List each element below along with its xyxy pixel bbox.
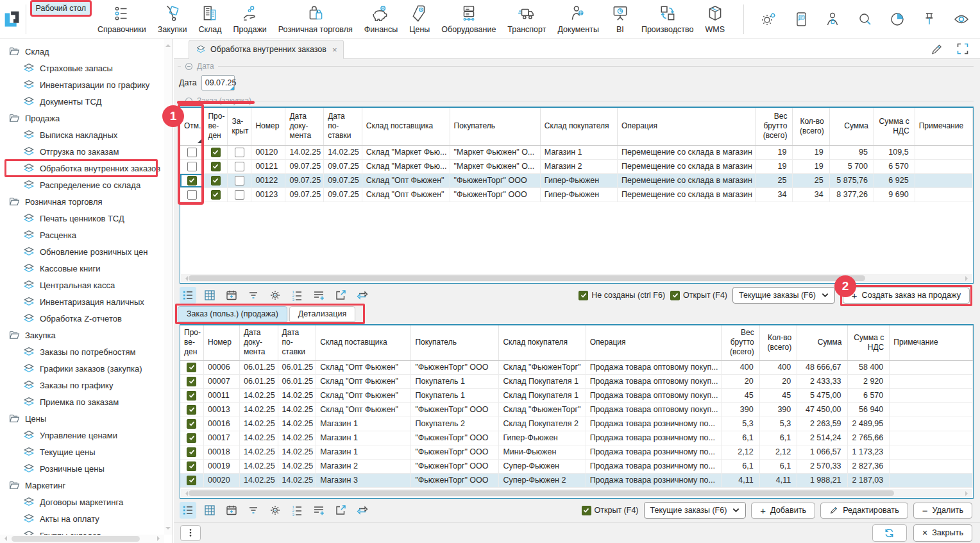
column-header[interactable]: Склад поставщика xyxy=(362,108,450,145)
sidebar-item[interactable]: Приемка по заказам xyxy=(0,393,164,410)
checked-checkbox[interactable] xyxy=(187,476,196,485)
ribbon-item-transport[interactable]: Транспорт xyxy=(502,0,552,38)
column-header[interactable]: Номер xyxy=(251,108,285,145)
sidebar-item[interactable]: Управление ценами xyxy=(0,427,164,444)
edit-button[interactable]: Редактировать xyxy=(820,503,908,519)
sidebar-item[interactable]: Графики заказов (закупка) xyxy=(0,360,164,377)
user-lock-button[interactable] xyxy=(824,10,841,28)
unchecked-checkbox[interactable] xyxy=(235,162,244,171)
table-row[interactable]: 0001714.02.2514.02.25Магазин 1"ФьюженТор… xyxy=(180,431,973,445)
column-header[interactable]: Вес брутто (всего) xyxy=(755,108,793,145)
unchecked-checkbox[interactable] xyxy=(235,148,244,157)
unchecked-checkbox[interactable] xyxy=(235,190,244,200)
order-group-header[interactable]: Заказ (закупка) xyxy=(174,94,980,107)
sidebar-item[interactable]: Выписка накладных xyxy=(0,126,164,143)
toolbar-numbered-list-button[interactable]: 123 xyxy=(289,287,305,304)
sidebar-item[interactable]: Инвентаризации по графику xyxy=(0,76,164,93)
column-header[interactable]: Сумма с НДС xyxy=(847,325,890,360)
checked-checkbox[interactable] xyxy=(187,447,196,457)
ribbon-item-retail[interactable]: Розничная торговля xyxy=(273,0,359,38)
sidebar-vertical-scrollbar[interactable] xyxy=(164,39,173,535)
eye-button[interactable] xyxy=(952,10,970,28)
checked-checkbox[interactable] xyxy=(211,148,221,157)
column-header[interactable]: Покупатель xyxy=(450,108,540,145)
filter-not-created-checkbox[interactable]: Не созданы (ctrl F6) xyxy=(579,291,665,300)
checked-checkbox[interactable] xyxy=(187,461,196,471)
table-row[interactable]: 0002014.02.2514.02.25Магазин 3"ФьюженТор… xyxy=(180,473,973,487)
checked-checkbox[interactable] xyxy=(211,162,221,171)
sidebar-item[interactable]: Кассовые книги xyxy=(0,260,164,277)
column-header[interactable]: Отм. xyxy=(180,108,204,145)
ribbon-item-documents[interactable]: Документы xyxy=(552,0,604,38)
column-header[interactable]: Вес брутто (всего) xyxy=(721,325,759,360)
sidebar-item[interactable]: Акты на оплату xyxy=(0,510,164,527)
ribbon-item-sales[interactable]: Продажи xyxy=(228,0,273,38)
sidebar-group-5[interactable]: Маркетинг xyxy=(0,477,164,494)
unchecked-checkbox[interactable] xyxy=(187,148,197,157)
toolbar-filter-button[interactable] xyxy=(245,502,262,519)
horizontal-scrollbar[interactable] xyxy=(181,274,972,282)
column-header[interactable]: Дата доку- мента xyxy=(285,108,324,145)
column-header[interactable]: Сумма с НДС xyxy=(874,108,915,145)
more-menu-button[interactable] xyxy=(180,525,201,541)
sidebar-item[interactable]: Отгрузка по заказам xyxy=(0,143,164,160)
sidebar-horizontal-scrollbar[interactable] xyxy=(0,535,164,543)
search-button[interactable] xyxy=(856,10,874,28)
toolbar-rows-view-button[interactable] xyxy=(180,287,196,304)
sidebar-item[interactable]: Центральная касса xyxy=(0,277,164,293)
checked-checkbox[interactable] xyxy=(187,405,196,415)
ribbon-item-finance[interactable]: Финансы xyxy=(359,0,403,38)
collapse-icon[interactable] xyxy=(185,97,193,105)
toolbar-open-external-button[interactable] xyxy=(332,287,349,304)
sidebar-group-2[interactable]: Розничная торговля xyxy=(0,193,164,210)
sidebar-item[interactable]: Обработка внутренних заказов xyxy=(0,160,164,177)
tab-internal-orders[interactable]: Обработка внутренних заказов × xyxy=(189,40,344,59)
sidebar-item[interactable]: Группы складов xyxy=(0,527,164,535)
table-row[interactable]: 0012109.07.2509.07.25Склад "Маркет Фью..… xyxy=(180,159,973,173)
ribbon-item-bi[interactable]: BI xyxy=(605,0,636,38)
toolbar-grid-view-button[interactable] xyxy=(201,287,218,304)
ribbon-item-hand-truck[interactable]: Закупки xyxy=(152,0,193,38)
column-header[interactable]: Сумма xyxy=(829,108,874,145)
column-header[interactable]: Примечание xyxy=(915,108,972,145)
clock-button[interactable] xyxy=(888,10,906,28)
column-header[interactable]: Склад покупателя xyxy=(499,325,586,360)
ribbon-item-production[interactable]: Производство xyxy=(636,0,700,38)
sidebar-group-1[interactable]: Продажа xyxy=(0,110,164,126)
ribbon-item-warehouse[interactable]: Склад xyxy=(192,0,227,38)
column-header[interactable]: Дата по- ставки xyxy=(278,325,316,360)
settings-button[interactable] xyxy=(760,10,777,28)
date-input[interactable]: 09.07.25 xyxy=(201,75,235,90)
sidebar-group-4[interactable]: Цены xyxy=(0,410,164,427)
ribbon-item-equipment[interactable]: Оборудование xyxy=(435,0,502,38)
column-header[interactable]: Про- ве- ден xyxy=(204,108,228,145)
column-header[interactable]: Номер xyxy=(203,325,239,360)
app-logo[interactable] xyxy=(0,7,26,31)
toolbar-calendar-button[interactable] xyxy=(223,502,240,519)
filter-open-checkbox-2[interactable]: Открыт (F4) xyxy=(582,506,639,515)
checked-checkbox[interactable] xyxy=(187,176,197,185)
toolbar-refresh-cycle-button[interactable] xyxy=(354,502,371,519)
table-row[interactable]: 0012209.07.2509.07.25Склад "Опт Фьюжен""… xyxy=(180,173,973,187)
orders-filter-select-2[interactable]: Текущие заказы (F6) xyxy=(644,502,747,519)
toolbar-filter-button[interactable] xyxy=(245,287,262,304)
toolbar-rows-view-button[interactable] xyxy=(180,502,196,519)
sidebar-item[interactable]: Обработка Z-отчетов xyxy=(0,310,164,327)
sidebar-item[interactable]: Розничные цены xyxy=(0,460,164,477)
edit-pencil-button[interactable] xyxy=(930,42,944,56)
sidebar-item[interactable]: Инвентаризация наличных xyxy=(0,293,164,310)
column-header[interactable]: Кол-во (всего) xyxy=(759,325,797,360)
scroll-thumb[interactable] xyxy=(189,490,894,496)
toolbar-refresh-cycle-button[interactable] xyxy=(354,287,371,304)
ribbon-item-desktop[interactable]: Рабочий стол xyxy=(30,0,92,17)
checked-checkbox[interactable] xyxy=(187,391,196,401)
filter-open-checkbox[interactable]: Открыт (F4) xyxy=(670,291,727,300)
toolbar-settings-gear-button[interactable] xyxy=(267,287,283,304)
column-header[interactable]: Про- ве- ден xyxy=(180,325,203,360)
sidebar-item[interactable]: Страховые запасы xyxy=(0,60,164,76)
toolbar-settings-gear-button[interactable] xyxy=(267,502,283,519)
checked-checkbox[interactable] xyxy=(211,190,221,200)
sidebar-item[interactable]: Документы ТСД xyxy=(0,93,164,110)
column-header[interactable]: Операция xyxy=(618,108,756,145)
table-row[interactable]: 0012309.07.2509.07.25Склад "Опт Фьюжен""… xyxy=(180,187,973,202)
